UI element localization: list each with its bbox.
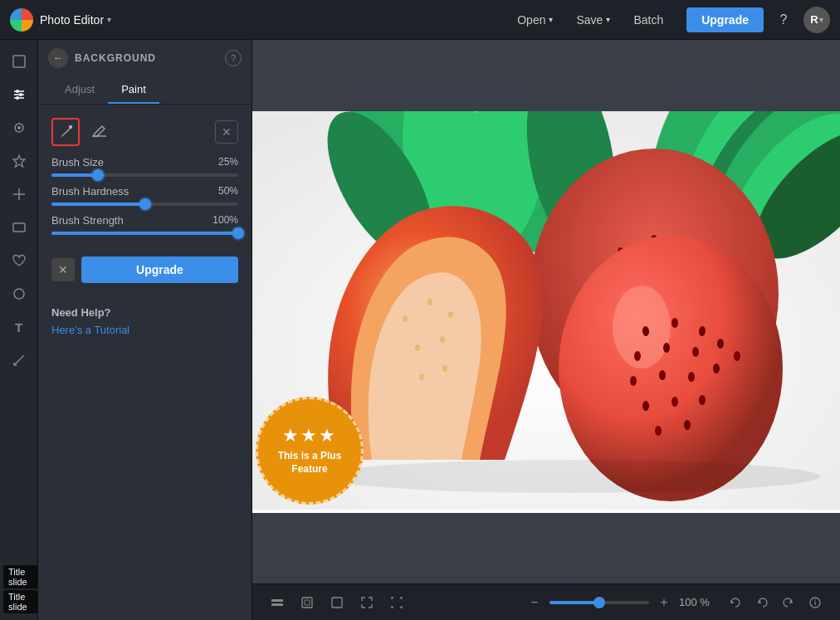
svg-point-74: [440, 336, 445, 343]
open-chevron: ▾: [549, 15, 553, 24]
zoom-slider-thumb[interactable]: [593, 597, 605, 608]
icon-bar: T Title slide Title slide: [0, 40, 38, 620]
svg-marker-9: [13, 155, 25, 167]
brush-hardness-track[interactable]: [51, 203, 238, 206]
brush-size-track[interactable]: [51, 173, 238, 177]
tool-icons-row: ✕: [38, 115, 252, 149]
app-name[interactable]: Photo Editor ▾: [40, 13, 111, 27]
brush-strength-thumb[interactable]: [232, 227, 244, 239]
svg-point-77: [322, 460, 820, 493]
save-chevron: ▾: [606, 15, 610, 24]
svg-point-72: [448, 311, 453, 318]
bottom-frame-button[interactable]: [295, 591, 319, 614]
brush-size-thumb[interactable]: [92, 169, 104, 181]
bottom-right-icons: [724, 591, 827, 614]
tab-paint[interactable]: Paint: [108, 76, 159, 104]
zoom-value: 100 %: [679, 596, 717, 608]
user-avatar[interactable]: R ▾: [803, 7, 830, 33]
svg-point-52: [613, 286, 671, 369]
svg-rect-12: [13, 223, 25, 232]
svg-point-6: [16, 96, 19, 100]
svg-rect-0: [13, 56, 25, 67]
brush-strength-group: Brush Strength 100%: [38, 214, 252, 235]
topbar-nav: Open ▾ Save ▾ Batch: [507, 8, 673, 32]
panel-header: ← BACKGROUND ?: [38, 40, 252, 76]
text-tool-btn[interactable]: T: [4, 312, 34, 342]
svg-point-64: [734, 351, 740, 361]
help-button[interactable]: ?: [770, 7, 797, 33]
svg-point-69: [684, 420, 691, 430]
tooltip-slide-2: Title slide: [3, 590, 37, 613]
brush-tool-button[interactable]: [51, 118, 80, 146]
bottom-bar: − + 100 %: [252, 583, 840, 620]
brush-strength-label: Brush Strength: [51, 214, 124, 227]
info-button[interactable]: [803, 591, 827, 614]
upgrade-close-button[interactable]: ✕: [51, 258, 75, 281]
svg-rect-78: [271, 599, 283, 602]
adjust-tool-btn[interactable]: [4, 80, 34, 110]
badge-text: This is a PlusFeature: [278, 450, 342, 476]
svg-point-67: [699, 395, 706, 405]
zoom-controls: − + 100 %: [525, 593, 717, 613]
rotate-reset-button[interactable]: [724, 591, 747, 614]
zoom-out-button[interactable]: −: [525, 593, 545, 613]
zoom-slider-fill: [549, 601, 599, 604]
draw-tool-btn[interactable]: [4, 345, 34, 375]
transform-tool-btn[interactable]: [4, 179, 34, 209]
open-label: Open: [517, 13, 545, 27]
brush-strength-track[interactable]: [51, 232, 238, 235]
star-tool-btn[interactable]: [4, 146, 34, 176]
main-area: T Title slide Title slide ← BACKGROUND ?…: [0, 40, 840, 620]
svg-rect-79: [271, 603, 283, 606]
zoom-slider-track[interactable]: [549, 601, 649, 604]
upgrade-button[interactable]: Upgrade: [686, 7, 764, 32]
svg-line-14: [14, 355, 24, 365]
tooltip-slides: Title slide Title slide: [3, 565, 37, 613]
canvas-area[interactable]: ★★★ This is a PlusFeature: [252, 40, 840, 583]
save-menu[interactable]: Save ▾: [566, 8, 620, 32]
tab-adjust[interactable]: Adjust: [51, 76, 108, 104]
panel-back-button[interactable]: ←: [48, 48, 68, 68]
topbar-right: Upgrade ? R ▾: [686, 7, 830, 33]
brush-hardness-fill: [51, 203, 145, 206]
brush-hardness-thumb[interactable]: [139, 198, 151, 210]
svg-point-4: [16, 90, 19, 93]
app-name-chevron: ▾: [107, 15, 111, 24]
svg-marker-18: [93, 126, 105, 136]
clear-tool-button[interactable]: ✕: [215, 120, 238, 144]
view-tool-btn[interactable]: [4, 113, 34, 143]
svg-point-8: [17, 126, 21, 129]
svg-point-65: [642, 401, 649, 411]
svg-point-13: [14, 289, 24, 299]
help-tutorial-link[interactable]: Here's a Tutorial: [51, 324, 129, 336]
frame-tool-btn[interactable]: [4, 212, 34, 242]
batch-label: Batch: [633, 13, 663, 27]
topbar: Photo Editor ▾ Open ▾ Save ▾ Batch Upgra…: [0, 0, 840, 40]
undo-button[interactable]: [750, 591, 774, 614]
zoom-in-button[interactable]: +: [654, 593, 674, 613]
svg-point-68: [655, 426, 662, 436]
open-menu[interactable]: Open ▾: [507, 8, 563, 32]
brush-strength-value: 100%: [212, 214, 238, 227]
shape-tool-btn[interactable]: [4, 279, 34, 309]
upgrade-panel-button[interactable]: Upgrade: [81, 256, 238, 283]
layers-button[interactable]: [266, 591, 289, 614]
brush-size-value: 25%: [218, 156, 238, 168]
redo-button[interactable]: [777, 591, 800, 614]
badge-circle: ★★★ This is a PlusFeature: [256, 397, 364, 505]
heart-tool-btn[interactable]: [4, 246, 34, 276]
bottom-crop-button[interactable]: [325, 591, 349, 614]
panel-help-button[interactable]: ?: [225, 50, 242, 66]
svg-point-66: [672, 397, 678, 407]
app-name-label: Photo Editor: [40, 13, 104, 27]
expand-button[interactable]: [355, 591, 378, 614]
batch-menu[interactable]: Batch: [623, 8, 673, 32]
brush-size-label: Brush Size: [51, 156, 104, 168]
eraser-tool-button[interactable]: [85, 118, 113, 146]
save-label: Save: [576, 13, 603, 27]
crop-tool-btn[interactable]: [4, 46, 34, 76]
fit-button[interactable]: [385, 591, 408, 614]
svg-rect-80: [302, 598, 312, 608]
svg-point-58: [692, 347, 699, 357]
svg-point-75: [419, 373, 424, 380]
